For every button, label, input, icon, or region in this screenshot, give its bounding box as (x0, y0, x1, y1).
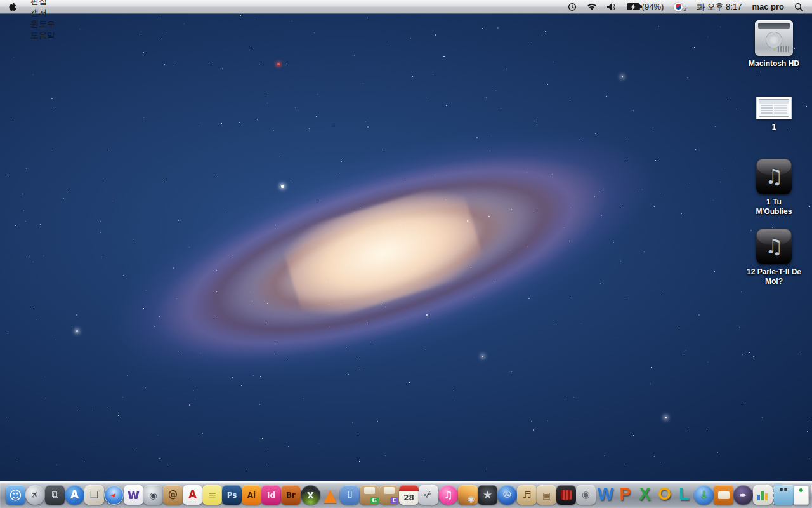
galaxy-wallpaper (1, 11, 761, 503)
scrapbook-app-icon[interactable]: ▣ (537, 485, 556, 505)
imovie-icon[interactable]: ★ (478, 485, 497, 505)
ical-icon[interactable]: 28 (399, 485, 419, 505)
apple-logo-icon (9, 2, 16, 11)
volume-menu-icon[interactable] (602, 0, 622, 13)
username-text: mac pro (752, 2, 784, 11)
desktop-icon-label: 12 Parle-T-Il De Moi? (738, 267, 809, 286)
menu-capture[interactable]: 캡처 (24, 7, 72, 18)
finder-icon[interactable]: ☺ (6, 485, 25, 505)
mplayerx-icon[interactable]: ✇ (497, 485, 517, 505)
documents-stack-icon[interactable]: ● (794, 486, 809, 505)
dock: ☺ ✈ ⧉ A ❏ (0, 470, 812, 508)
idvd-icon[interactable] (556, 485, 576, 505)
clock-text: 화 오후 8:17 (697, 1, 742, 13)
xee-image-viewer-icon[interactable]: X (301, 485, 320, 505)
spotlight-search-icon (794, 3, 803, 11)
launchpad-icon[interactable]: ✈ (25, 485, 45, 505)
mission-control-icon[interactable]: ⧉ (45, 485, 65, 505)
desktop: 화면 캡처파일편집캡처윈도우도움말 (94%) 2 (0, 0, 812, 508)
time-machine-menu-icon[interactable] (563, 0, 582, 13)
ms-lync-icon[interactable]: L (674, 483, 694, 505)
bridge-icon[interactable]: Br (281, 485, 301, 505)
desktop-icon-audio-1[interactable]: ♫ 1 Tu M'Oublies (735, 159, 812, 217)
garageband-icon[interactable]: ♬ (517, 485, 537, 505)
emblem-utility-icon[interactable]: ◉ (576, 485, 596, 505)
menu-bar: 화면 캡처파일편집캡처윈도우도움말 (94%) 2 (0, 0, 812, 14)
battery-icon (627, 3, 640, 10)
audio-file-icon: ♫ (756, 229, 792, 264)
iphoto-icon[interactable]: ◉ (458, 485, 478, 505)
indesign-icon[interactable]: Id (261, 485, 281, 505)
app-store-icon[interactable]: A (65, 485, 84, 505)
preview-icon[interactable]: ❏ (84, 485, 104, 505)
photoshop-icon[interactable]: Ps (222, 485, 242, 505)
screenshot-file-icon (756, 97, 792, 119)
grab-icon[interactable]: ✂ (419, 485, 438, 505)
adobe-reader-icon[interactable]: A (183, 485, 202, 505)
user-menu[interactable]: mac pro (747, 0, 789, 13)
w-globe-app-icon[interactable]: w (124, 485, 143, 505)
input-source-badge: 2 (683, 6, 686, 12)
audio-file-icon: ♫ (756, 159, 792, 194)
hard-drive-icon (755, 20, 793, 56)
clock-menu[interactable]: 화 오후 8:17 (691, 0, 747, 13)
unarchiver-icon[interactable]: ▯ (340, 485, 360, 505)
wifi-menu-icon[interactable] (582, 0, 602, 13)
keynote-icon[interactable] (714, 485, 733, 505)
apple-menu[interactable] (0, 0, 24, 13)
desktop-icon-label: 1 (772, 123, 776, 132)
address-book-icon[interactable]: @ (163, 485, 183, 505)
menu-edit[interactable]: 편집 (24, 0, 72, 7)
stickies-icon[interactable]: ≡ (202, 485, 222, 505)
spotlight-menu[interactable] (789, 0, 812, 13)
battery-menu-item[interactable]: (94%) (622, 0, 669, 13)
desktop-icon-label: 1 Tu M'Oublies (749, 197, 799, 217)
starfield (0, 0, 812, 508)
numbers-icon[interactable] (753, 485, 773, 505)
itunes-icon[interactable]: ♫ (438, 485, 458, 505)
ms-excel-icon[interactable]: X (635, 483, 655, 505)
vlc-icon[interactable]: ▲ (320, 485, 340, 505)
pages-icon[interactable]: ✒ (733, 485, 753, 505)
menu-window[interactable]: 윈도우 (24, 18, 72, 30)
input-source-menu[interactable]: 2 (669, 0, 691, 13)
ms-powerpoint-icon[interactable]: P (615, 483, 635, 505)
desktop-icon-macintosh-hd[interactable]: Macintosh HD (735, 20, 812, 69)
battery-percent: (94%) (642, 2, 664, 11)
facetime-icon[interactable]: ◉ (143, 485, 163, 505)
archive-utility-purple-icon[interactable]: C (379, 485, 399, 505)
desktop-icon-screenshot-1[interactable]: 1 (735, 97, 812, 132)
desktop-icon-label: Macintosh HD (749, 59, 799, 69)
trash-icon[interactable] (809, 485, 812, 505)
download-manager-icon[interactable]: ↓ (694, 485, 714, 505)
desktop-icon-audio-2[interactable]: ♫ 12 Parle-T-Il De Moi? (735, 229, 812, 286)
ms-outlook-icon[interactable]: O (655, 483, 674, 505)
ms-word-icon[interactable]: W (596, 483, 615, 505)
safari-icon[interactable]: ➤ (104, 485, 124, 505)
menu-help[interactable]: 도움말 (24, 30, 72, 41)
archive-utility-green-icon[interactable]: G (360, 485, 379, 505)
folder-stack-icon[interactable]: ▪▪ (774, 485, 794, 505)
illustrator-icon[interactable]: Ai (242, 485, 261, 505)
korean-flag-icon (674, 3, 683, 11)
